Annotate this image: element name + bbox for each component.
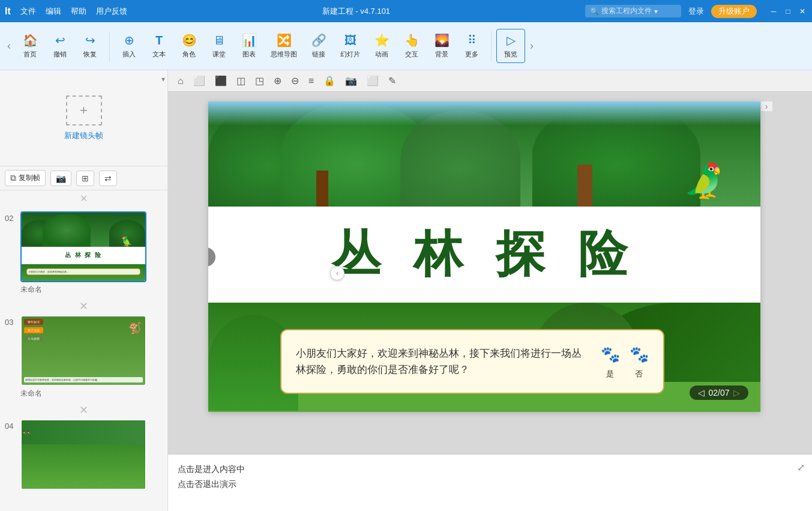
tool-animation[interactable]: ⭐ 动画 [367, 29, 396, 62]
dialog-text: 小朋友们大家好，欢迎来到神秘丛林，接下来我们将进行一场丛林探险，勇敢的你们是否准… [296, 345, 591, 378]
slide-title-section[interactable]: 丛 林 探 险 [208, 207, 760, 303]
grid-frame-button[interactable]: ⊞ [76, 171, 94, 186]
slide-separator-top: ✕ [0, 190, 167, 207]
camera-frame-button[interactable]: 📷 [50, 171, 71, 186]
canvas-tool-edit[interactable]: ✎ [386, 74, 398, 88]
canvas-tool-corner[interactable]: ◳ [253, 74, 266, 88]
slide-thumb-04[interactable]: 🦅🦅 [20, 419, 146, 490]
thumb-parrot: 🦜 [121, 235, 133, 247]
login-button[interactable]: 登录 [688, 6, 704, 17]
classroom-icon: 🖥 [213, 34, 225, 47]
thumb03-menu: 猴年故话 算子过法 小乌拼图 [24, 319, 43, 342]
mindmap-icon: 🔀 [277, 33, 292, 47]
close-button[interactable]: ✕ [798, 7, 807, 16]
canvas-tool-zoom-in[interactable]: ⊕ [271, 74, 284, 88]
slide-canvas: 2 🦜 丛 林 探 险 [208, 101, 760, 412]
thumb-title-area: 丛 林 探 险 [22, 247, 145, 264]
sidebar-dropdown-arrow[interactable]: ▾ [161, 75, 165, 83]
tool-home[interactable]: 🏠 首页 [16, 29, 44, 62]
tool-interact-label: 交互 [405, 50, 418, 59]
text-icon: T [155, 34, 163, 47]
maximize-button[interactable]: □ [783, 7, 793, 16]
menu-edit[interactable]: 编辑 [46, 6, 61, 17]
slide-thumb-03[interactable]: 猴年故话 算子过法 小乌拼图 🐒 请用合适方式发挥创意，尝试构造全新内容，让孩子… [20, 315, 146, 386]
canvas-tool-home[interactable]: ⌂ [175, 74, 186, 88]
canvas-tool-zoom-out[interactable]: ⊖ [289, 74, 301, 88]
more-icon: ⠿ [468, 33, 477, 47]
main-layout: ▾ + 新建镜头帧 ⧉ 复制帧 📷 ⊞ ⇄ ✕ [0, 70, 812, 511]
slides-list: 02 🦜 丛 林 [0, 207, 167, 511]
slide-forest-top: 🦜 [208, 101, 760, 207]
tool-interact[interactable]: 👆 交互 [397, 29, 426, 62]
tool-character-label: 角色 [182, 50, 196, 59]
dialog-yes-button[interactable]: 🐾 是 [601, 342, 620, 381]
slide-number-text: 02/07 [708, 388, 729, 398]
dialog-no-button[interactable]: 🐾 否 [630, 342, 649, 381]
paw-yes-icon: 🐾 [601, 342, 620, 367]
upgrade-button[interactable]: 升级账户 [711, 5, 757, 18]
tool-undo[interactable]: ↩ 撤销 [46, 29, 74, 62]
tool-link[interactable]: 🔗 链接 [304, 29, 333, 62]
tool-more[interactable]: ⠿ 更多 [457, 29, 486, 62]
thumb-forest-top: 🦜 [22, 213, 145, 247]
slide-main-title: 丛 林 探 险 [331, 222, 636, 288]
canvas-scroll[interactable]: ‹ 2 🦜 [168, 92, 812, 454]
minimize-button[interactable]: ─ [769, 7, 778, 16]
tool-text[interactable]: T 文本 [145, 30, 173, 62]
tool-background-label: 背景 [435, 50, 448, 59]
menu-bar: 文件 编辑 帮助 用户反馈 [20, 6, 127, 17]
copy-frame-button[interactable]: ⧉ 复制帧 [5, 170, 46, 186]
grid-icon: ⊞ [82, 174, 89, 183]
search-box[interactable]: 🔍 搜索工程内文件 ▾ [585, 5, 681, 17]
tool-home-label: 首页 [23, 50, 37, 59]
menu-feedback[interactable]: 用户反馈 [96, 6, 127, 17]
new-frame-label[interactable]: 新建镜头帧 [64, 130, 103, 141]
canvas-toolbar: ⌂ ⬜ ⬛ ◫ ◳ ⊕ ⊖ ≡ 🔒 📷 ⬜ ✎ [168, 70, 812, 92]
tool-slideshow[interactable]: 🖼 幻灯片 [334, 30, 366, 62]
bottom-line-1: 点击是进入内容中 [178, 462, 802, 477]
canvas-tool-frame[interactable]: ⬛ [212, 74, 229, 88]
slide-thumb-02[interactable]: 🦜 丛 林 探 险 小朋友们大家好，欢迎来到神秘丛林... [20, 211, 146, 282]
right-panel-arrow-icon: › [765, 101, 768, 111]
tool-preview[interactable]: ▷ 预览 [496, 29, 525, 63]
undo-icon: ↩ [55, 33, 65, 47]
canvas-tool-lock[interactable]: 🔒 [321, 74, 338, 88]
background-icon: 🌄 [435, 33, 450, 47]
tool-redo[interactable]: ↪ 恢复 [76, 29, 104, 62]
slide-separator-03: ✕ [5, 404, 163, 417]
bottom-line-2: 点击否退出演示 [178, 477, 802, 492]
slide-label-02: 未命名 [20, 285, 163, 295]
tool-classroom[interactable]: 🖥 课堂 [205, 30, 233, 62]
bottom-expand-icon[interactable]: ⤢ [797, 462, 805, 473]
tool-character[interactable]: 😊 角色 [175, 29, 203, 62]
slide-bottom-section: 小朋友们大家好，欢迎来到神秘丛林，接下来我们将进行一场丛林探险，勇敢的你们是否准… [208, 303, 760, 412]
app-logo: It [5, 6, 11, 17]
separator-icon-top: ✕ [80, 193, 88, 204]
tool-insert[interactable]: ⊕ 插入 [115, 29, 143, 62]
tool-chart[interactable]: 📊 图表 [235, 29, 263, 62]
tool-mindmap-label: 思维导图 [271, 50, 297, 59]
bottom-panel: 点击是进入内容中 点击否退出演示 ⤢ [168, 454, 812, 511]
slide-number-03: 03 [5, 315, 17, 327]
canvas-tool-stack[interactable]: ◫ [234, 74, 248, 88]
tool-background[interactable]: 🌄 背景 [427, 29, 456, 62]
slideshow-icon: 🖼 [344, 34, 356, 47]
toolbar-nav-right[interactable]: › [528, 37, 536, 55]
tool-mindmap[interactable]: 🔀 思维导图 [265, 29, 303, 62]
swap-frame-button[interactable]: ⇄ [99, 171, 117, 186]
right-panel-collapse[interactable]: › [760, 101, 772, 111]
menu-help[interactable]: 帮助 [71, 6, 86, 17]
swap-icon: ⇄ [104, 174, 112, 183]
search-dropdown-icon[interactable]: ▾ [654, 7, 658, 16]
thumb-dialog: 小朋友们大家好，欢迎来到神秘丛林... [26, 268, 140, 275]
left-collapse-button[interactable]: ‹ [330, 266, 344, 280]
canvas-tool-rect[interactable]: ⬜ [191, 74, 208, 88]
tool-chart-label: 图表 [242, 50, 256, 59]
canvas-tool-align[interactable]: ≡ [306, 74, 316, 88]
canvas-tool-camera[interactable]: 📷 [343, 74, 359, 88]
slide-thumb-wrapper-03: 猴年故话 算子过法 小乌拼图 🐒 请用合适方式发挥创意，尝试构造全新内容，让孩子… [20, 315, 163, 399]
tool-preview-label: 预览 [504, 50, 517, 59]
canvas-tool-box[interactable]: ⬜ [364, 74, 381, 88]
toolbar-nav-left[interactable]: ‹ [5, 37, 13, 55]
menu-file[interactable]: 文件 [20, 6, 36, 17]
